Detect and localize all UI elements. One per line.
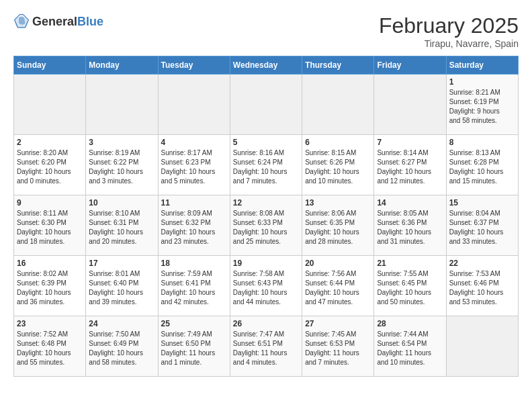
day-cell: 2Sunrise: 8:20 AM Sunset: 6:20 PM Daylig… [14,135,86,195]
day-header-sunday: Sunday [14,56,86,75]
day-cell: 7Sunrise: 8:14 AM Sunset: 6:27 PM Daylig… [374,135,446,195]
day-cell: 5Sunrise: 8:16 AM Sunset: 6:24 PM Daylig… [230,135,302,195]
day-cell: 25Sunrise: 7:49 AM Sunset: 6:50 PM Dayli… [158,316,230,377]
day-number: 22 [449,259,515,268]
day-info: Sunrise: 8:13 AM Sunset: 6:28 PM Dayligh… [449,148,515,186]
day-cell: 3Sunrise: 8:19 AM Sunset: 6:22 PM Daylig… [86,135,158,195]
day-cell [158,75,230,135]
day-number: 15 [449,198,515,208]
day-cell: 4Sunrise: 8:17 AM Sunset: 6:23 PM Daylig… [158,135,230,195]
day-number: 6 [305,138,371,147]
day-header-wednesday: Wednesday [230,56,302,75]
day-cell: 1Sunrise: 8:21 AM Sunset: 6:19 PM Daylig… [446,75,518,135]
day-cell [446,316,518,377]
day-info: Sunrise: 8:01 AM Sunset: 6:40 PM Dayligh… [89,269,154,307]
day-cell: 10Sunrise: 8:10 AM Sunset: 6:31 PM Dayli… [86,195,158,256]
day-number: 19 [233,259,299,268]
day-info: Sunrise: 7:52 AM Sunset: 6:48 PM Dayligh… [17,330,83,367]
day-info: Sunrise: 8:04 AM Sunset: 6:37 PM Dayligh… [449,209,515,246]
day-number: 28 [377,319,443,328]
day-info: Sunrise: 7:53 AM Sunset: 6:46 PM Dayligh… [449,269,515,307]
day-number: 13 [305,198,371,208]
day-info: Sunrise: 7:49 AM Sunset: 6:50 PM Dayligh… [161,330,227,367]
day-info: Sunrise: 8:10 AM Sunset: 6:31 PM Dayligh… [89,209,154,246]
day-cell: 28Sunrise: 7:44 AM Sunset: 6:54 PM Dayli… [374,316,446,377]
day-info: Sunrise: 7:45 AM Sunset: 6:53 PM Dayligh… [305,330,371,367]
day-info: Sunrise: 8:14 AM Sunset: 6:27 PM Dayligh… [377,148,443,186]
day-cell: 9Sunrise: 8:11 AM Sunset: 6:30 PM Daylig… [14,195,86,256]
day-number: 24 [89,319,154,328]
day-cell: 19Sunrise: 7:58 AM Sunset: 6:43 PM Dayli… [230,256,302,316]
day-header-tuesday: Tuesday [158,56,230,75]
week-row-2: 2Sunrise: 8:20 AM Sunset: 6:20 PM Daylig… [14,135,519,195]
day-number: 16 [17,259,83,268]
logo-general-text: General [32,15,77,28]
day-number: 12 [233,198,299,208]
day-info: Sunrise: 8:11 AM Sunset: 6:30 PM Dayligh… [17,209,83,246]
day-cell: 8Sunrise: 8:13 AM Sunset: 6:28 PM Daylig… [446,135,518,195]
logo-icon [13,13,30,30]
day-info: Sunrise: 7:44 AM Sunset: 6:54 PM Dayligh… [377,330,443,367]
day-info: Sunrise: 7:55 AM Sunset: 6:45 PM Dayligh… [377,269,443,307]
day-number: 11 [161,198,227,208]
month-title: February 2025 [379,13,519,38]
title-block: February 2025 Tirapu, Navarre, Spain [379,13,519,49]
day-info: Sunrise: 7:47 AM Sunset: 6:51 PM Dayligh… [233,330,299,367]
day-info: Sunrise: 8:02 AM Sunset: 6:39 PM Dayligh… [17,269,83,307]
day-number: 27 [305,319,371,328]
day-cell: 22Sunrise: 7:53 AM Sunset: 6:46 PM Dayli… [446,256,518,316]
day-cell: 26Sunrise: 7:47 AM Sunset: 6:51 PM Dayli… [230,316,302,377]
day-cell: 15Sunrise: 8:04 AM Sunset: 6:37 PM Dayli… [446,195,518,256]
day-number: 9 [17,198,83,208]
day-cell: 27Sunrise: 7:45 AM Sunset: 6:53 PM Dayli… [302,316,374,377]
day-info: Sunrise: 8:08 AM Sunset: 6:33 PM Dayligh… [233,209,299,246]
logo-blue-text: Blue [77,15,103,28]
day-info: Sunrise: 7:58 AM Sunset: 6:43 PM Dayligh… [233,269,299,307]
day-info: Sunrise: 8:19 AM Sunset: 6:22 PM Dayligh… [89,148,154,186]
day-info: Sunrise: 8:05 AM Sunset: 6:36 PM Dayligh… [377,209,443,246]
day-info: Sunrise: 8:06 AM Sunset: 6:35 PM Dayligh… [305,209,371,246]
day-cell [374,75,446,135]
day-cell: 6Sunrise: 8:15 AM Sunset: 6:26 PM Daylig… [302,135,374,195]
page-header: GeneralBlue February 2025 Tirapu, Navarr… [13,13,519,49]
day-cell: 13Sunrise: 8:06 AM Sunset: 6:35 PM Dayli… [302,195,374,256]
day-cell: 17Sunrise: 8:01 AM Sunset: 6:40 PM Dayli… [86,256,158,316]
day-cell: 18Sunrise: 7:59 AM Sunset: 6:41 PM Dayli… [158,256,230,316]
day-number: 8 [449,138,515,147]
day-number: 25 [161,319,227,328]
day-header-friday: Friday [374,56,446,75]
day-cell [302,75,374,135]
day-number: 21 [377,259,443,268]
day-cell: 11Sunrise: 8:09 AM Sunset: 6:32 PM Dayli… [158,195,230,256]
day-info: Sunrise: 8:21 AM Sunset: 6:19 PM Dayligh… [449,88,515,126]
day-number: 18 [161,259,227,268]
location: Tirapu, Navarre, Spain [379,38,519,49]
day-number: 20 [305,259,371,268]
day-cell: 24Sunrise: 7:50 AM Sunset: 6:49 PM Dayli… [86,316,158,377]
week-row-4: 16Sunrise: 8:02 AM Sunset: 6:39 PM Dayli… [14,256,519,316]
day-cell: 14Sunrise: 8:05 AM Sunset: 6:36 PM Dayli… [374,195,446,256]
day-header-monday: Monday [86,56,158,75]
day-header-saturday: Saturday [446,56,518,75]
day-cell: 20Sunrise: 7:56 AM Sunset: 6:44 PM Dayli… [302,256,374,316]
day-number: 10 [89,198,154,208]
day-info: Sunrise: 8:16 AM Sunset: 6:24 PM Dayligh… [233,148,299,186]
logo: GeneralBlue [13,13,103,30]
calendar-header-row: SundayMondayTuesdayWednesdayThursdayFrid… [14,56,519,75]
day-cell: 21Sunrise: 7:55 AM Sunset: 6:45 PM Dayli… [374,256,446,316]
week-row-1: 1Sunrise: 8:21 AM Sunset: 6:19 PM Daylig… [14,75,519,135]
day-number: 7 [377,138,443,147]
day-cell: 16Sunrise: 8:02 AM Sunset: 6:39 PM Dayli… [14,256,86,316]
day-number: 2 [17,138,83,147]
day-info: Sunrise: 8:20 AM Sunset: 6:20 PM Dayligh… [17,148,83,186]
day-cell [230,75,302,135]
day-cell [86,75,158,135]
day-info: Sunrise: 7:59 AM Sunset: 6:41 PM Dayligh… [161,269,227,307]
day-number: 1 [449,77,515,87]
day-cell [14,75,86,135]
week-row-3: 9Sunrise: 8:11 AM Sunset: 6:30 PM Daylig… [14,195,519,256]
day-number: 5 [233,138,299,147]
day-info: Sunrise: 7:50 AM Sunset: 6:49 PM Dayligh… [89,330,154,367]
day-number: 4 [161,138,227,147]
day-cell: 23Sunrise: 7:52 AM Sunset: 6:48 PM Dayli… [14,316,86,377]
